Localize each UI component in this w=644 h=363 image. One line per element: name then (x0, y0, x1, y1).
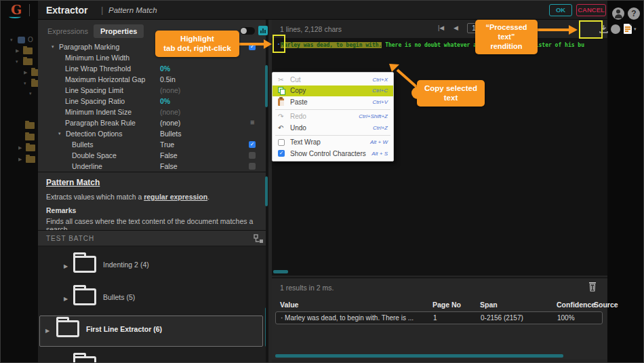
ok-button[interactable]: OK (549, 4, 572, 16)
caret-down-icon[interactable]: ▾ (58, 131, 61, 136)
column-header[interactable]: Value (280, 301, 298, 309)
result-row[interactable]: · Marley was dead, to begin with. There … (275, 311, 603, 324)
folder-row[interactable]: ▶ Bullets (5) (57, 284, 260, 314)
menu-item-cut[interactable]: ✂ Cut Ctrl+X (273, 74, 393, 85)
text-viewer-panel: 1 lines, 2,128 chars |◀ ◀ 1 /1 ▶ ▶| ▾ ·M… (272, 20, 607, 363)
user-avatar-icon[interactable] (612, 7, 624, 20)
tree-item[interactable]: ▶ (18, 156, 35, 163)
hierarchy-icon[interactable] (254, 234, 264, 244)
menu-item-copy[interactable]: Copy Ctrl+C (273, 85, 393, 97)
cancel-button[interactable]: CANCEL (576, 4, 606, 16)
help-icon[interactable]: ? (628, 7, 640, 20)
checkbox-checked[interactable]: ✓ (278, 150, 285, 157)
rendition-circle-icon[interactable] (611, 24, 620, 34)
tree-item[interactable]: ▶ (18, 145, 35, 151)
results-panel: 1 results in 2 ms. Value Page No Span Co… (272, 278, 607, 360)
property-row[interactable]: Bullets True ✓ (38, 139, 266, 150)
result-confidence: 100% (557, 314, 575, 322)
scrollbar-thumb[interactable] (265, 307, 266, 347)
property-name: Line Wrap Threshold (65, 64, 131, 73)
property-row[interactable]: Line Spacing Ratio 0% (38, 96, 266, 107)
column-header[interactable]: Span (480, 301, 498, 309)
property-value: 0% (160, 64, 170, 73)
property-row[interactable]: Minimum Indent Size (none) (38, 107, 266, 117)
bar-chart-icon[interactable] (258, 26, 268, 35)
property-row[interactable]: Underline False (38, 161, 266, 172)
menu-handle-icon[interactable]: ≡ (250, 118, 254, 126)
tree-item[interactable] (25, 134, 35, 140)
property-row[interactable]: Double Space False (38, 150, 266, 161)
tree-item[interactable]: ▾ (29, 91, 34, 96)
document-text-line[interactable]: ·Marley was dead, to begin with. There i… (277, 41, 584, 48)
test-batch-header: TEST BATCH (38, 230, 266, 246)
caret-right-icon[interactable]: ▶ (64, 263, 68, 269)
dialog-header: Extractor | Pattern Match OK CANCEL (38, 1, 607, 20)
property-name: Underline (72, 162, 102, 170)
checkbox-checked[interactable]: ✓ (249, 141, 256, 148)
caret-right-icon[interactable]: ▶ (45, 328, 49, 334)
menu-item-text-wrap[interactable]: Text Wrap Alt + W (273, 137, 393, 149)
scrollbar-thumb[interactable] (265, 176, 268, 206)
tab-properties[interactable]: Properties (94, 24, 144, 38)
tree-item[interactable] (25, 122, 35, 129)
folder-icon (56, 320, 79, 337)
trash-icon[interactable] (588, 282, 597, 292)
selected-text[interactable]: Marley was dead, to begin with. (281, 42, 382, 48)
property-name: Minimum Line Width (65, 54, 129, 62)
divider (29, 4, 30, 16)
extractor-doc-section: Pattern Match Extracts values which matc… (38, 172, 266, 230)
viewer-toolbar: 1 lines, 2,128 chars |◀ ◀ 1 /1 ▶ ▶| ▾ (272, 20, 607, 38)
menu-item-paste[interactable]: Paste Ctrl+V (273, 96, 393, 108)
caret-right-icon: ▶ (18, 145, 23, 151)
first-page-button[interactable]: |◀ (438, 24, 444, 31)
screenshot-root: G ▾ O ▶ ▾ ▶ ▾ ▾ ▶ ▶ ? Extractor | Patter… (0, 0, 644, 363)
folder-icon (73, 356, 96, 363)
column-header[interactable]: Source (594, 301, 618, 309)
checkbox-unchecked[interactable] (278, 139, 285, 146)
caret-down-icon: ▾ (16, 59, 20, 64)
menu-item-show-control-characters[interactable]: ✓ Show Control Characters Alt + S (273, 148, 393, 159)
property-row[interactable]: Line Spacing Limit (none) (38, 85, 266, 96)
callout-copy-selected-text: Copy selected text (417, 80, 485, 107)
property-name: Bullets (72, 140, 94, 149)
property-row[interactable]: Line Wrap Threshold 0% (38, 63, 266, 74)
dropdown-caret-icon[interactable]: ▾ (634, 26, 637, 32)
property-row[interactable]: ▾ Detection Options Bullets (38, 128, 266, 139)
menu-label: Undo (290, 124, 306, 132)
column-header[interactable]: Confidence (557, 301, 595, 309)
text-content-area[interactable]: ·Marley was dead, to begin with. There i… (272, 38, 607, 275)
tab-expressions[interactable]: Expressions (41, 24, 95, 38)
processed-text-document-icon[interactable] (624, 24, 632, 34)
tree-item[interactable]: ▾ (16, 58, 33, 65)
folder-icon (26, 145, 35, 151)
property-row[interactable]: Paragraph Break Rule (none) ≡ (38, 117, 266, 128)
property-name: Minimum Indent Size (65, 108, 132, 116)
callout-line: rendition (481, 42, 532, 52)
scrollbar-thumb[interactable] (265, 65, 268, 107)
folder-row[interactable]: ▶ Indenting 2 (4) (57, 252, 260, 282)
caret-down-icon[interactable]: ▾ (52, 44, 54, 50)
highlight-toggle[interactable] (240, 27, 255, 35)
horizontal-scrollbar-thumb[interactable] (275, 354, 563, 358)
remarks-title: Remarks (46, 206, 76, 214)
checkbox-checked[interactable]: ✓ (249, 43, 256, 50)
tree-item[interactable]: ▶ (16, 47, 33, 54)
folder-row-selected[interactable]: ▶ First Line Extractor (6) (39, 316, 263, 347)
menu-item-undo[interactable]: ↶ Undo Ctrl+Z (273, 122, 393, 134)
horizontal-scrollbar-thumb[interactable] (273, 270, 288, 273)
checkbox-unchecked[interactable] (249, 163, 256, 170)
redo-icon: ↷ (278, 113, 290, 120)
caret-right-icon[interactable]: ▶ (64, 296, 68, 302)
regular-expression-link[interactable]: regular expression (144, 193, 207, 201)
menu-item-redo[interactable]: ↷ Redo Ctrl+Shift+Z (273, 111, 393, 123)
menu-shortcut: Ctrl+V (373, 99, 388, 105)
tree-root-item[interactable]: ▾ O (10, 36, 33, 43)
column-header[interactable]: Page No (432, 301, 461, 309)
property-row[interactable]: Maximum Horizontal Gap 0.5in (38, 74, 266, 85)
folder-row[interactable]: ▶ Double Spacing (7) (57, 352, 260, 363)
menu-shortcut: Alt + W (370, 139, 388, 145)
tree-root-label: O (28, 36, 33, 43)
folder-label: First Line Extractor (6) (86, 325, 162, 333)
checkbox-unchecked[interactable] (249, 152, 256, 159)
prev-page-button[interactable]: ◀ (454, 24, 458, 31)
